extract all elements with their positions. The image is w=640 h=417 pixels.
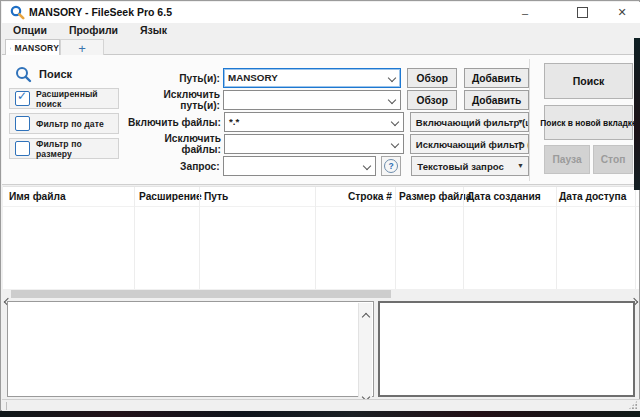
horizontal-scroll-thumb[interactable] <box>11 290 391 298</box>
col-header-created[interactable]: Дата создания <box>467 191 541 202</box>
date-filter-checkbox[interactable]: ✓ <box>15 116 30 131</box>
col-header-filename[interactable]: Имя файла <box>9 191 66 202</box>
tab-bar: MANSORY + <box>2 36 640 55</box>
exclude-files-row: Исключить файлы: Исключающий фильтр (шаб… <box>124 135 529 153</box>
query-input[interactable] <box>223 156 376 176</box>
menu-profiles[interactable]: Профили <box>58 24 129 36</box>
window-title: MANSORY - FileSeek Pro 6.5 <box>29 6 172 18</box>
help-icon: ? <box>384 159 398 173</box>
include-files-label: Включить файлы: <box>124 117 221 128</box>
path-value: MANSORY <box>228 72 278 83</box>
close-button[interactable]: ✕ <box>602 2 640 23</box>
col-header-extension[interactable]: Расширение <box>139 191 202 202</box>
plus-icon: + <box>78 41 86 56</box>
chevron-down-icon[interactable] <box>363 162 371 170</box>
query-type-select[interactable]: Текстовый запрос ▼ <box>411 156 529 176</box>
sidebar-search-header: Поиск <box>9 61 119 87</box>
tab-icon <box>10 43 11 54</box>
include-files-input[interactable]: *.* <box>224 112 404 132</box>
exclude-path-label: Исключить путь(и): <box>124 89 220 111</box>
path-label: Путь(и): <box>124 73 220 84</box>
query-help-button[interactable]: ? <box>381 156 401 176</box>
menu-options[interactable]: Опции <box>2 24 58 36</box>
maximize-icon <box>577 7 588 18</box>
exclude-filter-select[interactable]: Исключающий фильтр (шаб... ▼ <box>410 134 529 154</box>
size-filter-option[interactable]: ✓ Фильтр по размеру <box>9 138 119 159</box>
screenshot-root: MANSORY - FileSeek Pro 6.5 – ✕ Опции Про… <box>0 0 640 417</box>
query-row: Запрос: ? Текстовый запрос ▼ <box>124 157 529 175</box>
col-header-path[interactable]: Путь <box>204 191 228 202</box>
path-row: Путь(и): MANSORY Обзор Добавить <box>124 69 529 87</box>
exclude-path-browse-button[interactable]: Обзор <box>407 90 457 110</box>
form-divider <box>529 59 530 181</box>
search-panel: Поиск ✓ Расширенный поиск ✓ Фильтр по да… <box>2 55 640 185</box>
menu-bar: Опции Профили Язык <box>2 23 640 36</box>
resize-grip-icon[interactable] <box>628 400 638 410</box>
col-header-filesize[interactable]: Размер файла <box>399 191 461 202</box>
date-filter-option[interactable]: ✓ Фильтр по дате <box>9 113 119 134</box>
include-filter-value: Включающий фильтр (шабл... <box>416 117 529 128</box>
column-divider <box>315 187 316 290</box>
path-add-button[interactable]: Добавить <box>464 68 529 88</box>
exclude-path-row: Исключить путь(и): Обзор Добавить <box>124 91 529 109</box>
status-divider <box>6 402 7 410</box>
scroll-right-icon[interactable] <box>631 291 637 297</box>
minimize-icon: – <box>522 7 528 19</box>
include-filter-select[interactable]: Включающий фильтр (шабл... ▼ <box>410 112 529 132</box>
chevron-down-icon[interactable] <box>388 96 396 104</box>
exclude-files-input[interactable] <box>224 134 404 154</box>
query-type-value: Текстовый запрос <box>417 161 504 172</box>
col-header-line[interactable]: Строка # <box>318 191 392 202</box>
stop-button: Стоп <box>593 145 633 174</box>
close-icon: ✕ <box>617 6 626 19</box>
chevron-down-icon[interactable] <box>391 140 399 148</box>
path-input[interactable]: MANSORY <box>223 68 401 88</box>
date-filter-label: Фильтр по дате <box>36 119 104 129</box>
preview-pane-left[interactable] <box>7 301 374 397</box>
new-tab-button[interactable]: + <box>60 39 104 56</box>
exclude-path-add-button[interactable]: Добавить <box>464 90 529 110</box>
advanced-search-label: Расширенный поиск <box>36 89 118 109</box>
include-files-value: *.* <box>229 116 239 127</box>
exclude-files-label: Исключить файлы: <box>124 133 221 155</box>
advanced-search-checkbox[interactable]: ✓ <box>15 91 30 106</box>
column-divider <box>556 187 557 290</box>
dropdown-arrow-icon: ▼ <box>517 162 524 169</box>
preview-pane-right[interactable] <box>378 301 635 397</box>
dropdown-arrow-icon: ▼ <box>517 140 524 147</box>
horizontal-scrollbar[interactable] <box>3 289 639 299</box>
exclude-filter-value: Исключающий фильтр (шаб... <box>416 139 529 150</box>
column-divider <box>134 187 135 290</box>
scroll-up-icon[interactable] <box>363 306 369 324</box>
chevron-down-icon[interactable] <box>391 118 399 126</box>
search-icon <box>15 66 32 83</box>
col-header-accessed[interactable]: Дата доступа <box>559 191 626 202</box>
path-browse-button[interactable]: Обзор <box>407 68 457 88</box>
vertical-scrollbar[interactable] <box>358 303 372 397</box>
maximize-button[interactable] <box>562 2 602 23</box>
size-filter-checkbox[interactable]: ✓ <box>15 141 30 156</box>
column-divider <box>199 187 200 290</box>
title-bar: MANSORY - FileSeek Pro 6.5 – ✕ <box>2 2 640 23</box>
desktop-background-strip <box>0 411 640 417</box>
menu-language[interactable]: Язык <box>129 24 178 36</box>
desktop-background-sliver <box>634 38 640 190</box>
column-divider <box>635 187 636 290</box>
search-new-tab-button[interactable]: Поиск в новой вкладке <box>544 105 633 140</box>
advanced-search-option[interactable]: ✓ Расширенный поиск <box>9 88 119 109</box>
exclude-path-input[interactable] <box>223 90 401 110</box>
search-button[interactable]: Поиск <box>544 63 633 99</box>
chevron-down-icon[interactable] <box>388 74 396 82</box>
minimize-button[interactable]: – <box>505 2 545 23</box>
pause-button: Пауза <box>544 145 590 174</box>
results-table: Имя файла Расширение Путь Строка # Разме… <box>3 186 639 289</box>
size-filter-label: Фильтр по размеру <box>36 139 118 159</box>
dropdown-arrow-icon: ▼ <box>517 118 524 125</box>
tab-mansory[interactable]: MANSORY <box>5 39 60 56</box>
check-icon: ✓ <box>17 89 27 103</box>
app-logo-magnifier-icon <box>10 5 25 20</box>
column-divider <box>463 187 464 290</box>
tab-label: MANSORY <box>14 43 59 53</box>
sidebar-search-label: Поиск <box>39 68 72 80</box>
column-divider <box>395 187 396 290</box>
